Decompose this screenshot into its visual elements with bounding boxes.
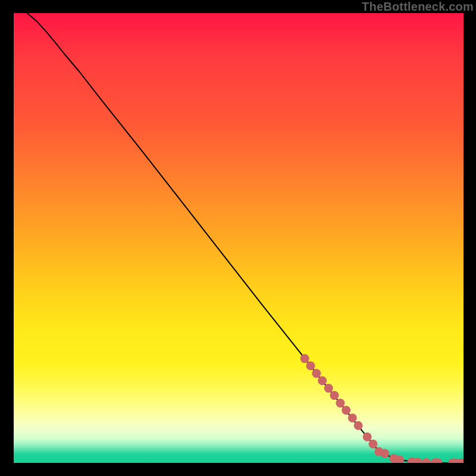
data-point: [300, 354, 309, 363]
chart-stage: TheBottleneck.com: [0, 0, 476, 476]
watermark-text: TheBottleneck.com: [362, 0, 474, 14]
data-point: [348, 414, 357, 422]
data-point: [369, 440, 378, 449]
dots-layer: [300, 354, 464, 463]
data-point: [380, 449, 389, 458]
data-point: [324, 384, 333, 393]
data-point: [336, 399, 345, 408]
data-point: [312, 369, 321, 378]
curve-layer: [27, 13, 462, 463]
data-point: [306, 361, 315, 370]
plot-area: [14, 13, 464, 463]
curve-path: [27, 13, 462, 463]
data-point: [422, 458, 431, 463]
data-point: [354, 421, 363, 430]
data-point: [330, 391, 339, 400]
data-point: [318, 376, 327, 385]
data-point: [342, 406, 350, 415]
data-point: [363, 433, 372, 441]
chart-svg: [14, 13, 464, 463]
